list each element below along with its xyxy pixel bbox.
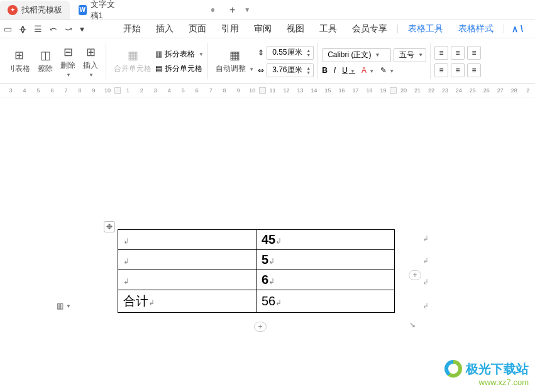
menu-bar: 开始 插入 页面 引用 审阅 视图 工具 会员专享 表格工具 表格样式 ∧ \ xyxy=(84,20,523,38)
font-name-select[interactable]: Calibri (正文)▼ xyxy=(322,48,391,62)
tab-list-dropdown[interactable]: ▼ xyxy=(241,6,253,13)
menu-table-tools[interactable]: 表格工具 xyxy=(400,23,451,35)
watermark-url: www.xz7.com xyxy=(444,378,529,387)
align-top-center-button[interactable]: ≡ xyxy=(451,46,465,60)
qat-more-icon[interactable]: ▾ xyxy=(80,24,84,34)
qat-undo-icon[interactable]: ⤺ xyxy=(50,24,57,34)
tab-template[interactable]: ✦ 找稻壳模板 xyxy=(0,1,70,19)
menu-view[interactable]: 视图 xyxy=(279,23,312,35)
table-row: ↲ 45↲ xyxy=(118,230,395,250)
underline-button[interactable]: U ▼ xyxy=(342,66,355,75)
table-row: ↲ 6↲ xyxy=(118,270,395,290)
doc-icon: W xyxy=(79,5,87,15)
watermark-title: 极光下载站 xyxy=(466,361,529,378)
table-cell[interactable]: ↲ xyxy=(118,270,256,290)
align-mid-left-button[interactable]: ≡ xyxy=(434,63,448,77)
split-table-button[interactable]: ▥拆分表格▼ xyxy=(155,49,204,60)
delete-table-button[interactable]: ⊞刂表格 xyxy=(4,48,34,74)
table-cell[interactable]: 6↲ xyxy=(256,270,395,290)
row-end-mark-icon: ↲ xyxy=(422,234,429,243)
separator xyxy=(397,24,398,33)
columns-icon: ▥ xyxy=(57,302,63,310)
table-cell[interactable]: ↲ xyxy=(118,250,256,270)
table-cell[interactable]: 5↲ xyxy=(256,250,395,270)
add-row-handle[interactable]: + xyxy=(254,322,267,332)
auto-fit-button[interactable]: ▦自动调整 ▼ xyxy=(212,48,258,74)
tab-document-label: 文字文稿1 xyxy=(91,0,120,21)
qat-print-icon[interactable]: ᚖ xyxy=(19,24,26,34)
watermark-logo-icon xyxy=(444,360,462,378)
merge-cells-button: ▦合并单元格 xyxy=(110,48,155,74)
menu-start[interactable]: 开始 xyxy=(116,23,148,35)
cell-mark-icon: ↲ xyxy=(123,237,130,246)
row-height-input[interactable]: 0.55厘米▲▼ xyxy=(267,46,314,60)
new-tab-button[interactable]: + xyxy=(223,4,241,16)
row-height-icon: ⇕ xyxy=(258,48,264,57)
menu-insert[interactable]: 插入 xyxy=(148,23,181,35)
table-resize-handle[interactable]: ↘ xyxy=(409,320,418,329)
page-layout-control[interactable]: ▥▼ xyxy=(57,302,71,310)
menu-review[interactable]: 审阅 xyxy=(246,23,279,35)
italic-button[interactable]: I xyxy=(334,66,336,75)
insert-button[interactable]: ⊞插入▼ xyxy=(79,45,102,78)
tab-template-label: 找稻壳模板 xyxy=(21,4,62,16)
col-width-icon: ⇔ xyxy=(258,66,264,75)
menu-page[interactable]: 页面 xyxy=(181,23,214,35)
align-mid-center-button[interactable]: ≡ xyxy=(451,63,465,77)
table-cell-sum-value[interactable]: 56↲ xyxy=(256,290,395,313)
separator xyxy=(504,24,504,33)
document-table[interactable]: ↲ 45↲ ↲ 5↲ ↲ 6↲ 合计↲ 56↲ xyxy=(118,229,395,313)
table-row: ↲ 5↲ xyxy=(118,250,395,270)
split-cell-button[interactable]: ▤拆分单元格 xyxy=(155,63,204,74)
fire-icon: ✦ xyxy=(8,5,18,15)
wps-logo-icon: ∧ \ xyxy=(512,24,523,34)
delete-button[interactable]: ⊟删除▼ xyxy=(57,45,79,78)
menu-tools[interactable]: 工具 xyxy=(312,23,345,35)
align-top-right-button[interactable]: ≡ xyxy=(467,46,481,60)
watermark: 极光下载站 www.xz7.com xyxy=(444,360,529,387)
menu-table-style[interactable]: 表格样式 xyxy=(451,23,501,35)
tab-document[interactable]: W 文字文稿1 xyxy=(71,1,222,19)
horizontal-ruler[interactable]: 3456789101234567891011121314151617181920… xyxy=(0,84,535,97)
table-move-handle[interactable]: ✥ xyxy=(104,221,115,232)
erase-button[interactable]: ◫擦除 xyxy=(34,48,57,74)
qat-save-icon[interactable]: ▭ xyxy=(4,24,12,34)
font-size-select[interactable]: 五号▼ xyxy=(394,48,426,62)
table-cell[interactable]: ↲ xyxy=(118,230,256,250)
align-mid-right-button[interactable]: ≡ xyxy=(467,63,481,77)
table-row: 合计↲ 56↲ xyxy=(118,290,395,313)
table-cell-sum-label[interactable]: 合计↲ xyxy=(118,290,256,313)
col-width-input[interactable]: 3.76厘米▲▼ xyxy=(267,63,314,77)
qat-redo-icon[interactable]: ⤻ xyxy=(65,24,72,34)
font-color-button[interactable]: A ▼ xyxy=(361,66,374,75)
menu-member[interactable]: 会员专享 xyxy=(345,23,395,35)
menu-references[interactable]: 引用 xyxy=(214,23,246,35)
bold-button[interactable]: B xyxy=(322,66,328,75)
qat-menu-icon[interactable]: ☰ xyxy=(34,24,42,34)
document-page[interactable]: ✥ ↲ 45↲ ↲ 5↲ ↲ 6↲ 合计↲ 56↲ ↲ ↲ ↲ ↲ + + ↘ … xyxy=(0,113,535,392)
ribbon: ⊞刂表格 ◫擦除 ⊟删除▼ ⊞插入▼ ▦合并单元格 ▥拆分表格▼ ▤拆分单元格 … xyxy=(0,38,535,84)
row-end-mark-icon: ↲ xyxy=(422,302,429,310)
table-cell[interactable]: 45↲ xyxy=(256,230,395,250)
highlight-button[interactable]: ✎ ▼ xyxy=(380,66,394,75)
row-end-mark-icon: ↲ xyxy=(422,278,429,286)
align-top-left-button[interactable]: ≡ xyxy=(434,46,448,60)
add-column-handle[interactable]: + xyxy=(409,270,421,280)
row-end-mark-icon: ↲ xyxy=(422,256,429,265)
unsaved-dot-icon xyxy=(211,8,214,12)
quick-access-toolbar: ▭ ᚖ ☰ ⤺ ⤻ ▾ xyxy=(0,21,84,37)
